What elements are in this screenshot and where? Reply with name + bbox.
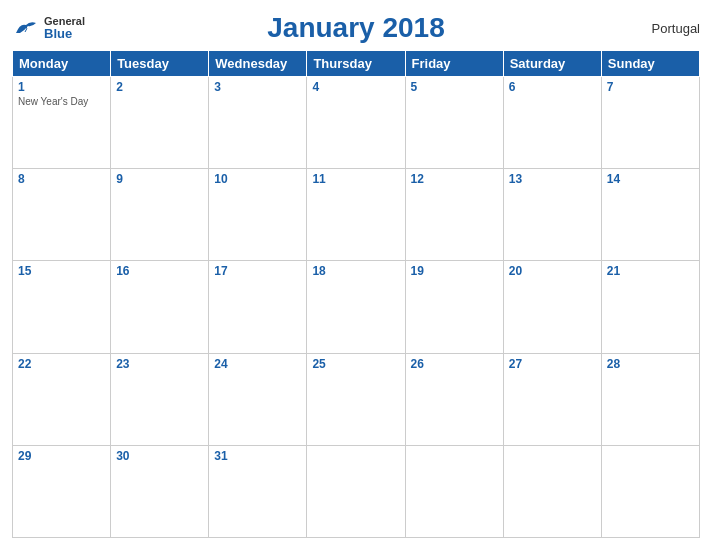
day-number: 16 [116, 264, 203, 278]
logo-text: General Blue [44, 15, 85, 41]
week-row-4: 22232425262728 [13, 353, 700, 445]
day-number: 30 [116, 449, 203, 463]
calendar-cell [307, 445, 405, 537]
day-number: 23 [116, 357, 203, 371]
calendar-header: General Blue January 2018 Portugal [12, 12, 700, 44]
weekday-header-friday: Friday [405, 51, 503, 77]
day-number: 18 [312, 264, 399, 278]
calendar-cell: 1New Year's Day [13, 77, 111, 169]
calendar-cell: 22 [13, 353, 111, 445]
calendar-cell: 7 [601, 77, 699, 169]
day-number: 4 [312, 80, 399, 94]
day-number: 3 [214, 80, 301, 94]
calendar-cell: 8 [13, 169, 111, 261]
calendar-cell: 18 [307, 261, 405, 353]
day-number: 6 [509, 80, 596, 94]
day-number: 7 [607, 80, 694, 94]
day-number: 15 [18, 264, 105, 278]
calendar-cell: 29 [13, 445, 111, 537]
calendar-cell: 20 [503, 261, 601, 353]
day-number: 20 [509, 264, 596, 278]
week-row-1: 1New Year's Day234567 [13, 77, 700, 169]
calendar-cell: 30 [111, 445, 209, 537]
weekday-header-tuesday: Tuesday [111, 51, 209, 77]
day-number: 10 [214, 172, 301, 186]
day-number: 9 [116, 172, 203, 186]
calendar-cell: 2 [111, 77, 209, 169]
day-number: 17 [214, 264, 301, 278]
day-number: 22 [18, 357, 105, 371]
day-number: 29 [18, 449, 105, 463]
weekday-header-thursday: Thursday [307, 51, 405, 77]
weekday-header-sunday: Sunday [601, 51, 699, 77]
weekday-header-row: MondayTuesdayWednesdayThursdayFridaySatu… [13, 51, 700, 77]
day-number: 8 [18, 172, 105, 186]
calendar-cell: 12 [405, 169, 503, 261]
calendar-cell: 27 [503, 353, 601, 445]
calendar-cell: 5 [405, 77, 503, 169]
calendar-cell: 4 [307, 77, 405, 169]
day-number: 24 [214, 357, 301, 371]
calendar-cell: 19 [405, 261, 503, 353]
calendar-cell [503, 445, 601, 537]
country-label: Portugal [652, 21, 700, 36]
calendar-cell: 24 [209, 353, 307, 445]
day-number: 19 [411, 264, 498, 278]
day-number: 13 [509, 172, 596, 186]
calendar-cell: 6 [503, 77, 601, 169]
week-row-2: 891011121314 [13, 169, 700, 261]
calendar-cell: 14 [601, 169, 699, 261]
weekday-header-wednesday: Wednesday [209, 51, 307, 77]
day-number: 2 [116, 80, 203, 94]
calendar-cell: 9 [111, 169, 209, 261]
day-number: 12 [411, 172, 498, 186]
day-number: 31 [214, 449, 301, 463]
calendar-cell: 31 [209, 445, 307, 537]
calendar-cell [601, 445, 699, 537]
calendar-table: MondayTuesdayWednesdayThursdayFridaySatu… [12, 50, 700, 538]
holiday-label: New Year's Day [18, 96, 105, 107]
calendar-cell: 26 [405, 353, 503, 445]
calendar-title: January 2018 [267, 12, 444, 43]
logo: General Blue [12, 15, 85, 41]
day-number: 26 [411, 357, 498, 371]
day-number: 27 [509, 357, 596, 371]
week-row-5: 293031 [13, 445, 700, 537]
day-number: 21 [607, 264, 694, 278]
day-number: 28 [607, 357, 694, 371]
day-number: 5 [411, 80, 498, 94]
calendar-cell: 17 [209, 261, 307, 353]
calendar-cell: 3 [209, 77, 307, 169]
logo-blue: Blue [44, 27, 85, 41]
calendar-title-block: January 2018 [267, 12, 444, 44]
day-number: 14 [607, 172, 694, 186]
day-number: 11 [312, 172, 399, 186]
calendar-cell: 23 [111, 353, 209, 445]
calendar-cell [405, 445, 503, 537]
day-number: 1 [18, 80, 105, 94]
calendar-cell: 15 [13, 261, 111, 353]
calendar-cell: 16 [111, 261, 209, 353]
calendar-cell: 11 [307, 169, 405, 261]
weekday-header-saturday: Saturday [503, 51, 601, 77]
weekday-header-monday: Monday [13, 51, 111, 77]
day-number: 25 [312, 357, 399, 371]
week-row-3: 15161718192021 [13, 261, 700, 353]
calendar-cell: 13 [503, 169, 601, 261]
calendar-cell: 21 [601, 261, 699, 353]
calendar-cell: 25 [307, 353, 405, 445]
logo-bird-icon [12, 19, 40, 37]
calendar-cell: 10 [209, 169, 307, 261]
calendar-cell: 28 [601, 353, 699, 445]
